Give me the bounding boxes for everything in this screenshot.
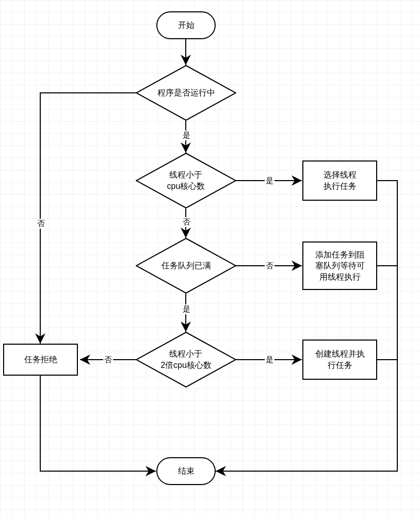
decision-threads-lt-cores-label: 线程小于cpu核心数 — [167, 169, 205, 191]
edge-d3-yes: 是 — [182, 304, 191, 314]
decision-threads-lt-cores: 线程小于cpu核心数 — [136, 153, 236, 208]
end-terminator: 结束 — [156, 457, 216, 485]
process-task-reject-label: 任务拒绝 — [24, 354, 57, 365]
edge-d2-no: 否 — [182, 217, 191, 227]
decision-threads-lt-2cores-label: 线程小于2倍cpu核心数 — [160, 348, 212, 370]
process-select-thread: 选择线程执行任务 — [302, 160, 377, 201]
process-add-to-queue: 添加任务到阻塞队列等待可用线程执行 — [302, 241, 377, 290]
edge-d2-yes: 是 — [265, 176, 274, 186]
decision-threads-lt-2cores: 线程小于2倍cpu核心数 — [136, 332, 236, 388]
process-add-to-queue-label: 添加任务到阻塞队列等待可用线程执行 — [315, 249, 365, 283]
end-label: 结束 — [178, 465, 195, 477]
decision-queue-full: 任务队列已满 — [136, 238, 236, 294]
decision-program-running-label: 程序是否运行中 — [157, 87, 215, 99]
edge-d4-yes: 是 — [265, 355, 274, 365]
decision-program-running: 程序是否运行中 — [136, 65, 236, 121]
edge-d1-yes: 是 — [182, 131, 191, 140]
start-label: 开始 — [178, 20, 195, 31]
start-terminator: 开始 — [156, 11, 216, 39]
edge-d3-no: 否 — [265, 261, 274, 271]
edge-d1-no: 否 — [36, 219, 46, 229]
process-create-thread: 创建线程并执行任务 — [302, 340, 377, 380]
process-select-thread-label: 选择线程执行任务 — [324, 169, 357, 191]
edge-d4-no: 否 — [103, 355, 113, 365]
process-task-reject: 任务拒绝 — [3, 344, 78, 376]
process-create-thread-label: 创建线程并执行任务 — [315, 348, 365, 370]
decision-queue-full-label: 任务队列已满 — [161, 260, 211, 271]
